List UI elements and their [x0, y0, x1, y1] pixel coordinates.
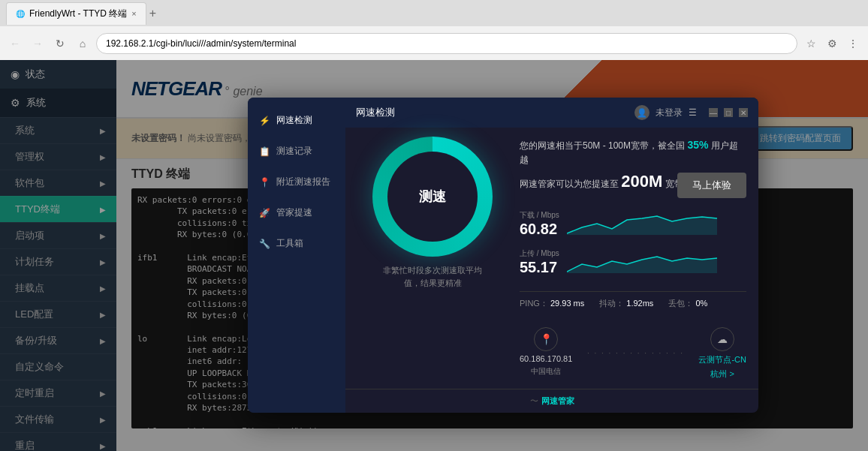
upload-row: 上传 / Mbps 55.17 — [520, 248, 746, 276]
upload-value: 55.17 — [520, 259, 559, 276]
boost-icon: 🚀 — [258, 207, 270, 219]
download-svg — [567, 212, 746, 235]
st-nav-tools[interactable]: 🔧 工具箱 — [248, 228, 345, 259]
download-label: 下载 / Mbps 60.82 — [520, 210, 559, 238]
st-nav-nearby[interactable]: 📍 附近测速报告 — [248, 167, 345, 197]
refresh-btn[interactable]: ↻ — [51, 35, 69, 53]
st-nav-label-2: 测速记录 — [276, 145, 312, 158]
user-avatar-icon: 👤 — [634, 105, 649, 120]
speed-gauge[interactable]: 测速 — [372, 137, 493, 257]
download-row: 下载 / Mbps 60.82 — [520, 210, 746, 238]
jitter-value: 1.92ms — [626, 299, 653, 308]
svg-marker-0 — [567, 216, 717, 235]
ping-label: PING： 29.93 ms — [520, 298, 584, 309]
top-info-percent: 35% — [687, 139, 708, 151]
upload-label: 上传 / Mbps 55.17 — [520, 248, 559, 276]
user-label: 未登录 — [656, 107, 683, 119]
st-user-area: 👤 未登录 ☰ — [634, 105, 697, 120]
st-nav-history[interactable]: 📋 测速记录 — [248, 136, 345, 167]
ping-value: 29.93 ms — [550, 299, 584, 308]
st-nav-label-4: 管家提速 — [276, 206, 312, 219]
speed-icon: ⚡ — [258, 115, 270, 127]
download-chart — [567, 212, 746, 235]
top-info-line3: 网速管家可以为您提速至 — [520, 179, 619, 189]
jitter-label: 抖动： 1.92ms — [599, 298, 653, 309]
address-bar[interactable] — [96, 33, 797, 54]
active-tab[interactable]: 🌐 FriendlyWrt - TTYD 终端 × — [6, 2, 146, 25]
speed-test-titlebar: 网速检测 👤 未登录 ☰ — □ ✕ — [345, 98, 758, 128]
st-nav-label-1: 网速检测 — [276, 114, 312, 127]
tab-favicon: 🌐 — [16, 10, 25, 18]
st-titlebar-right: 👤 未登录 ☰ — □ ✕ — [634, 105, 748, 120]
browser-controls: ← → ↻ ⌂ ☆ ⚙ ⋮ — [0, 26, 868, 60]
loss-value: 0% — [695, 299, 707, 308]
hint-line2: 值，结果更精准 — [404, 278, 462, 287]
local-location: 📍 60.186.170.81 中国电信 — [520, 327, 572, 380]
tab-label: FriendlyWrt - TTYD 终端 — [29, 8, 127, 20]
gauge-label: 测速 — [419, 188, 446, 206]
tab-bar: 🌐 FriendlyWrt - TTYD 终端 × + — [0, 0, 868, 26]
local-icon: 📍 — [534, 327, 558, 351]
history-icon: 📋 — [258, 146, 270, 158]
connection-dots: · · · · · · · · · · · · · · — [587, 349, 684, 357]
speed-test-window: ⚡ 网速检测 📋 测速记录 📍 附近测速报告 🚀 管家提速 🔧 工具箱 网速检测… — [248, 98, 758, 413]
server-icon: ☁ — [710, 327, 734, 351]
nearby-icon: 📍 — [258, 176, 270, 188]
upload-svg — [567, 251, 746, 273]
browser-chrome: 🌐 FriendlyWrt - TTYD 终端 × + ← → ↻ ⌂ ☆ ⚙ … — [0, 0, 868, 60]
stats-area: 您的网速相当于50M - 100M宽带，被全国 35% 用户超越 网速管家可以为… — [520, 137, 746, 380]
speed-test-nav: ⚡ 网速检测 📋 测速记录 📍 附近测速报告 🚀 管家提速 🔧 工具箱 — [248, 98, 345, 413]
forward-btn[interactable]: → — [29, 35, 47, 53]
local-isp: 中国电信 — [531, 366, 561, 377]
minimize-btn[interactable]: — — [709, 108, 718, 117]
upload-chart — [567, 251, 746, 273]
close-btn[interactable]: ✕ — [739, 108, 748, 117]
maximize-btn[interactable]: □ — [724, 108, 733, 117]
gauge-area: 测速 非繁忙时段多次测速取平均 值，结果更精准 — [357, 137, 508, 380]
tools-icon: 🔧 — [258, 238, 270, 250]
home-btn[interactable]: ⌂ — [74, 35, 92, 53]
st-nav-boost[interactable]: 🚀 管家提速 — [248, 197, 345, 228]
bookmark-btn[interactable]: ☆ — [802, 35, 820, 53]
menu-lines-icon: ☰ — [689, 107, 697, 118]
st-body: 测速 非繁忙时段多次测速取平均 值，结果更精准 您的网速相当于50M - 100… — [345, 128, 758, 389]
upgrade-btn[interactable]: 马上体验 — [677, 173, 746, 198]
speed-test-main: 网速检测 👤 未登录 ☰ — □ ✕ 测速 — [345, 98, 758, 413]
top-info-speed: 200M — [621, 172, 662, 191]
window-controls: — □ ✕ — [709, 108, 748, 117]
location-bar: 📍 60.186.170.81 中国电信 · · · · · · · · · ·… — [520, 321, 746, 380]
footer-logo: 网速管家 — [541, 395, 574, 407]
top-info-line1: 您的网速相当于50M - 100M宽带，被全国 — [520, 140, 685, 151]
new-tab-btn[interactable]: + — [149, 7, 156, 20]
download-value: 60.82 — [520, 221, 559, 238]
server-location: ☁ 云测节点-CN 杭州 > — [698, 327, 746, 380]
st-nav-speed-test[interactable]: ⚡ 网速检测 — [248, 105, 345, 136]
browser-actions: ☆ ⚙ ⋮ — [802, 35, 862, 53]
loss-label: 丢包： 0% — [668, 298, 707, 309]
extensions-btn[interactable]: ⚙ — [823, 35, 841, 53]
tab-close-btn[interactable]: × — [131, 9, 136, 18]
server-label: 云测节点-CN — [698, 354, 746, 365]
st-nav-label-3: 附近测速报告 — [276, 176, 330, 188]
speed-test-footer: 〜 网速管家 — [345, 389, 758, 413]
menu-btn[interactable]: ⋮ — [844, 35, 862, 53]
ping-bar: PING： 29.93 ms 抖动： 1.92ms 丢包： 0% — [520, 291, 746, 309]
st-nav-label-5: 工具箱 — [276, 237, 303, 250]
st-window-title: 网速检测 — [356, 106, 395, 119]
hint-text: 非繁忙时段多次测速取平均 值，结果更精准 — [383, 264, 482, 289]
server-city[interactable]: 杭州 > — [710, 368, 734, 380]
hint-line1: 非繁忙时段多次测速取平均 — [383, 266, 482, 275]
local-ip: 60.186.170.81 — [520, 354, 572, 363]
back-btn[interactable]: ← — [6, 35, 24, 53]
footer-wave-icon: 〜 — [530, 395, 538, 407]
